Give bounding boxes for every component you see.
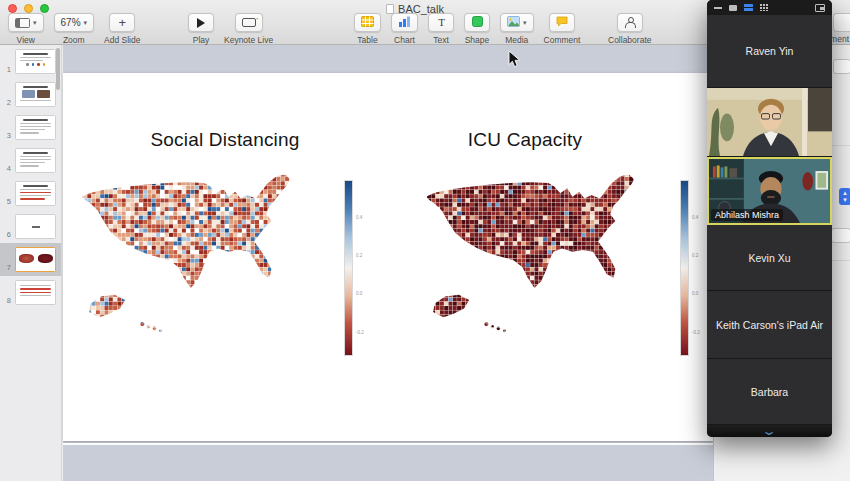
chevron-down-icon[interactable]: ⌄ <box>761 429 777 434</box>
participant-name-label: Keith Carson's iPad Air <box>714 319 825 331</box>
slide-thumbnail-7[interactable]: 7 <box>0 243 61 276</box>
table-icon <box>361 16 374 29</box>
icu-capacity-colorbar: 0.40.20.0-0.2 <box>680 180 689 356</box>
add-slide-button[interactable]: + <box>109 13 135 32</box>
grid-view-icon[interactable] <box>760 4 768 11</box>
slide-thumbnail-4[interactable]: 4 <box>0 144 61 177</box>
insert-group: TableChartTTextShape▾MediaComment <box>354 13 580 45</box>
minimize-icon[interactable] <box>714 7 722 9</box>
value-stepper[interactable]: ▲▼ <box>839 188 850 205</box>
text-icon: T <box>436 16 447 29</box>
presenter-notes-area[interactable] <box>63 443 713 481</box>
inspector-field[interactable] <box>831 228 850 243</box>
keynote-live-label: Keynote Live <box>224 35 273 45</box>
toolbar-shape-label: Shape <box>465 35 490 45</box>
add-slide-label: Add Slide <box>104 35 140 45</box>
zoom-button[interactable]: 67%▾ <box>54 13 95 32</box>
zoom-label: Zoom <box>63 35 85 45</box>
shape-icon <box>472 16 483 29</box>
slide-number: 2 <box>0 98 13 107</box>
view-button[interactable]: ▾ <box>8 13 44 32</box>
toolbar-text-button[interactable]: T <box>428 13 454 32</box>
play-button[interactable] <box>188 13 214 32</box>
mouse-cursor <box>508 50 520 68</box>
collaborate-label: Collaborate <box>608 35 651 45</box>
inspector-field[interactable] <box>833 59 850 74</box>
toolbar-table-label: Table <box>357 35 377 45</box>
toolbar-text-label: Text <box>433 35 449 45</box>
toolbar-table-button[interactable] <box>354 13 381 32</box>
slide-number: 7 <box>0 263 13 272</box>
icu-capacity-map <box>421 171 679 343</box>
play-icon <box>197 18 205 28</box>
slide-number: 4 <box>0 164 13 173</box>
toolbar-media-button[interactable]: ▾ <box>500 13 534 32</box>
participant-name-label: Barbara <box>749 386 790 398</box>
slide-number: 8 <box>0 296 13 305</box>
view-label: View <box>17 35 35 45</box>
slide-number: 6 <box>0 230 13 239</box>
slide-thumbnail-5[interactable]: 5 <box>0 177 61 210</box>
collaborate-icon <box>624 17 635 28</box>
document-button-partial[interactable] <box>833 13 850 32</box>
current-slide: Social Distancing ICU Capacity 0.40.20.0… <box>63 73 713 441</box>
zoom-window-titlebar <box>707 0 832 15</box>
slide-thumbnail-2[interactable]: 2 <box>0 78 61 111</box>
participant-tile-kevin-xu[interactable]: Kevin Xu <box>707 225 832 291</box>
chart-icon <box>398 16 411 29</box>
keynote-live-button[interactable] <box>235 13 263 32</box>
participant-tile-keith-carson-s-ipad-air[interactable]: Keith Carson's iPad Air <box>707 291 832 359</box>
social-distancing-map <box>77 171 335 343</box>
toolbar-shape-button[interactable] <box>464 13 490 32</box>
toolbar-media-label: Media <box>505 35 528 45</box>
figure-title-social-distancing: Social Distancing <box>115 129 335 151</box>
toolbar-chart-label: Chart <box>394 35 415 45</box>
slide-navigator: 12345678 <box>0 45 62 481</box>
play-label: Play <box>193 35 210 45</box>
slide-number: 3 <box>0 131 13 140</box>
toolbar-chart-button[interactable] <box>391 13 418 32</box>
participant-tiles: Raven YinAbhilash MishraKevin XuKeith Ca… <box>707 15 832 425</box>
participant-name-label: Raven Yin <box>744 45 796 57</box>
toolbar-comment-label: Comment <box>544 35 581 45</box>
popout-icon[interactable] <box>815 4 825 12</box>
svg-text:T: T <box>438 16 445 27</box>
participant-name-label: Abhilash Mishra <box>711 209 783 221</box>
participant-tile-video-1[interactable] <box>707 88 832 157</box>
participant-tile-raven-yin[interactable]: Raven Yin <box>707 15 832 88</box>
gallery-strip-icon[interactable] <box>744 4 753 11</box>
more-participants-strip: ⌄ <box>707 425 832 437</box>
figure-title-icu-capacity: ICU Capacity <box>415 129 635 151</box>
slide-thumbnail-1[interactable]: 1 <box>0 45 61 78</box>
toolbar-comment-button[interactable] <box>549 13 575 32</box>
slide-thumbnail-3[interactable]: 3 <box>0 111 61 144</box>
media-icon <box>507 16 520 29</box>
zoom-meeting-window: Raven YinAbhilash MishraKevin XuKeith Ca… <box>707 0 832 437</box>
participant-name-label: Kevin Xu <box>746 252 792 264</box>
slide-list: 12345678 <box>0 45 61 309</box>
slide-number: 5 <box>0 197 13 206</box>
participant-tile-barbara[interactable]: Barbara <box>707 359 832 425</box>
slide-thumbnail-6[interactable]: 6 <box>0 210 61 243</box>
slide-thumbnail-8[interactable]: 8 <box>0 276 61 309</box>
sidebar-scrollbar[interactable] <box>56 48 60 90</box>
document-button-label: ment <box>830 34 849 44</box>
speaker-view-icon[interactable] <box>729 5 737 11</box>
screen: BAC_talk ▾ View 67%▾ Zoom + Add Slide <box>0 0 850 481</box>
slide-number: 1 <box>0 65 13 74</box>
view-icon <box>15 18 30 28</box>
collaborate-button[interactable] <box>617 13 643 32</box>
comment-icon <box>556 16 568 29</box>
keynote-live-icon <box>242 18 256 27</box>
participant-tile-abhilash-mishra[interactable]: Abhilash Mishra <box>707 157 832 225</box>
slide-canvas: Social Distancing ICU Capacity 0.40.20.0… <box>63 45 713 481</box>
social-distancing-colorbar: 0.40.20.0-0.2 <box>344 180 353 356</box>
